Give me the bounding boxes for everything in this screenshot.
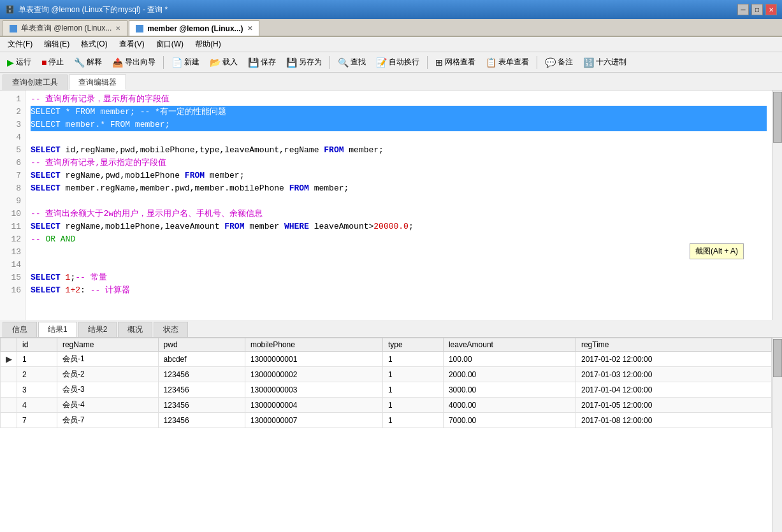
save-icon: 💾 (248, 57, 259, 68)
cell-mobilephone[interactable]: 13000000001 (245, 352, 382, 367)
cell-regname[interactable]: 会员-7 (57, 413, 158, 428)
col-header-pwd[interactable]: pwd (158, 338, 245, 352)
saveas-button[interactable]: 💾 另存为 (282, 54, 326, 71)
code-editor[interactable]: 12345 678910 111213141516 -- 查询所有记录，显示所有… (0, 90, 782, 320)
cell-regname[interactable]: 会员-4 (57, 398, 158, 413)
menu-file[interactable]: 文件(F) (3, 38, 38, 51)
cell-pwd[interactable]: 123456 (158, 367, 245, 382)
saveas-icon: 💾 (286, 57, 297, 68)
cell-regtime[interactable]: 2017-01-05 12:00:00 (576, 398, 771, 413)
cell-regname[interactable]: 会员-2 (57, 367, 158, 382)
cell-type[interactable]: 1 (383, 398, 444, 413)
stop-label: 停止 (48, 57, 64, 68)
cell-mobilephone[interactable]: 13000000002 (245, 367, 382, 382)
cell-mobilephone[interactable]: 13000000003 (245, 382, 382, 398)
results-tab-result1[interactable]: 结果1 (38, 322, 77, 337)
find-label: 查找 (351, 57, 366, 68)
cell-regtime[interactable]: 2017-01-08 12:00:00 (576, 413, 771, 428)
autowrap-button[interactable]: 📝 自动换行 (372, 54, 424, 71)
cell-regtime[interactable]: 2017-01-04 12:00:00 (576, 382, 771, 398)
cell-type[interactable]: 1 (383, 352, 444, 367)
code-content[interactable]: -- 查询所有记录，显示所有的字段值 SELECT * FROM member;… (25, 90, 772, 320)
menu-view[interactable]: 查看(V) (114, 38, 150, 51)
results-tab-result2[interactable]: 结果2 (78, 322, 117, 337)
save-button[interactable]: 💾 保存 (243, 54, 280, 71)
menu-help[interactable]: 帮助(H) (190, 38, 226, 51)
cell-regname[interactable]: 会员-1 (57, 352, 158, 367)
cell-pwd[interactable]: 123456 (158, 382, 245, 398)
cell-id[interactable]: 3 (17, 382, 57, 398)
cell-regtime[interactable]: 2017-01-02 12:00:00 (576, 352, 771, 367)
export-button[interactable]: 📤 导出向导 (108, 54, 160, 71)
cell-id[interactable]: 1 (17, 352, 57, 367)
code-line-10: -- 查询出余额大于2w的用户，显示用户名、手机号、余额信息 (31, 208, 767, 220)
stop-button[interactable]: ■ 停止 (37, 54, 68, 71)
col-header-regtime[interactable]: regTime (576, 338, 771, 352)
table-row[interactable]: 3会员-31234561300000000313000.002017-01-04… (1, 382, 772, 398)
table-row[interactable]: 4会员-41234561300000000414000.002017-01-05… (1, 398, 772, 413)
tab-icon (10, 25, 17, 32)
load-button[interactable]: 📂 载入 (205, 54, 242, 71)
new-button[interactable]: 📄 新建 (167, 54, 204, 71)
cell-pwd[interactable]: 123456 (158, 413, 245, 428)
hex-button[interactable]: 🔢 十六进制 (579, 54, 631, 71)
menu-edit[interactable]: 编辑(E) (39, 38, 75, 51)
code-line-2: SELECT * FROM member; -- *有一定的性能问题 (31, 106, 767, 119)
cell-leaveamount[interactable]: 2000.00 (443, 367, 576, 382)
col-header-regname[interactable]: regName (57, 338, 158, 352)
col-header-type[interactable]: type (383, 338, 444, 352)
cell-type[interactable]: 1 (383, 413, 444, 428)
grid-icon: ⊞ (435, 57, 443, 68)
code-line-3: SELECT member.* FROM member; (31, 119, 767, 131)
results-tab-info[interactable]: 信息 (3, 322, 37, 337)
cell-regtime[interactable]: 2017-01-03 12:00:00 (576, 367, 771, 382)
code-line-16: SELECT 1+2: -- 计算器 (31, 284, 767, 297)
explain-button[interactable]: 🔧 解释 (69, 54, 106, 71)
table-scrollbar[interactable] (772, 338, 782, 532)
tab-close-2[interactable]: ✕ (247, 25, 252, 32)
results-tab-overview[interactable]: 概况 (118, 322, 152, 337)
cell-id[interactable]: 2 (17, 367, 57, 382)
cell-pwd[interactable]: 123456 (158, 398, 245, 413)
find-button[interactable]: 🔍 查找 (333, 54, 370, 71)
results-tab-status[interactable]: 状态 (154, 322, 188, 337)
tab-bar: 单表查询 @lemon (Linux... ✕ member @lemon (L… (0, 19, 782, 37)
minimize-button[interactable]: ─ (737, 4, 749, 15)
table-scrollbar-thumb[interactable] (773, 339, 782, 377)
editor-scrollbar[interactable] (772, 90, 782, 320)
cell-leaveamount[interactable]: 100.00 (443, 352, 576, 367)
cell-pwd[interactable]: abcdef (158, 352, 245, 367)
sub-tab-editor[interactable]: 查询编辑器 (69, 75, 126, 90)
tab-member[interactable]: member @lemon (Linux...) ✕ (129, 20, 259, 36)
tab-close-1[interactable]: ✕ (115, 25, 120, 32)
cell-regname[interactable]: 会员-3 (57, 382, 158, 398)
title-bar-controls[interactable]: ─ □ ✕ (737, 4, 777, 15)
run-button[interactable]: ▶ 运行 (3, 54, 36, 71)
cell-type[interactable]: 1 (383, 367, 444, 382)
row-arrow: ▶ (6, 355, 11, 364)
sub-tab-builder[interactable]: 查询创建工具 (3, 75, 68, 90)
form-view-button[interactable]: 📋 表单查看 (481, 54, 533, 71)
col-header-mobilephone[interactable]: mobilePhone (245, 338, 382, 352)
table-row[interactable]: 2会员-21234561300000000212000.002017-01-03… (1, 367, 772, 382)
cell-mobilephone[interactable]: 13000000004 (245, 398, 382, 413)
comment-button[interactable]: 💬 备注 (540, 54, 577, 71)
maximize-button[interactable]: □ (751, 4, 763, 15)
grid-view-button[interactable]: ⊞ 网格查看 (431, 54, 480, 71)
col-header-id[interactable]: id (17, 338, 57, 352)
tab-single-query[interactable]: 单表查询 @lemon (Linux... ✕ (3, 20, 127, 36)
cell-leaveamount[interactable]: 7000.00 (443, 413, 576, 428)
col-header-leaveamount[interactable]: leaveAmount (443, 338, 576, 352)
menu-format[interactable]: 格式(O) (76, 38, 112, 51)
scrollbar-thumb[interactable] (773, 92, 782, 143)
table-row[interactable]: ▶1会员-1abcdef130000000011100.002017-01-02… (1, 352, 772, 367)
cell-type[interactable]: 1 (383, 382, 444, 398)
cell-leaveamount[interactable]: 4000.00 (443, 398, 576, 413)
close-button[interactable]: ✕ (765, 4, 777, 15)
cell-leaveamount[interactable]: 3000.00 (443, 382, 576, 398)
cell-id[interactable]: 4 (17, 398, 57, 413)
menu-window[interactable]: 窗口(W) (151, 38, 189, 51)
table-row[interactable]: 7会员-71234561300000000717000.002017-01-08… (1, 413, 772, 428)
cell-id[interactable]: 7 (17, 413, 57, 428)
cell-mobilephone[interactable]: 13000000007 (245, 413, 382, 428)
